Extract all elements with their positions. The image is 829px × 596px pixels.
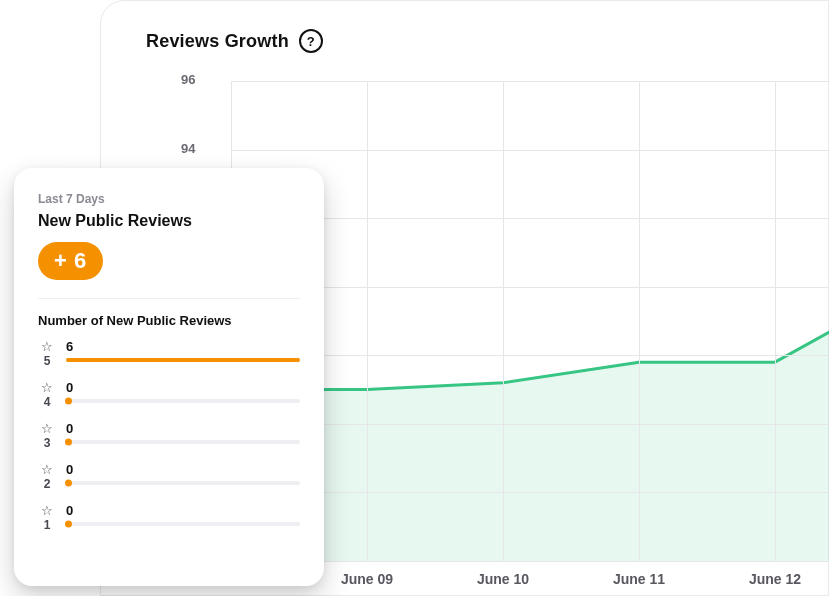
row-main: 0 bbox=[66, 504, 300, 526]
row-bar-dot bbox=[65, 439, 72, 446]
row-star-label: ☆5 bbox=[38, 340, 56, 367]
grid-h bbox=[231, 81, 829, 82]
total-new-reviews-badge: + 6 bbox=[38, 242, 103, 280]
new-public-reviews-card: Last 7 Days New Public Reviews + 6 Numbe… bbox=[14, 168, 324, 586]
star-count: 5 bbox=[44, 355, 51, 367]
row-bar-dot bbox=[65, 398, 72, 405]
breakdown-row: ☆20 bbox=[38, 463, 300, 490]
x-tick-label: June 10 bbox=[477, 571, 529, 587]
row-main: 0 bbox=[66, 381, 300, 403]
row-main: 0 bbox=[66, 463, 300, 485]
y-tick-label: 94 bbox=[181, 141, 195, 156]
x-tick-label: June 11 bbox=[613, 571, 665, 587]
row-bar bbox=[66, 399, 300, 403]
row-bar-fill bbox=[66, 358, 300, 362]
card-title: Reviews Growth bbox=[146, 31, 289, 52]
breakdown-row: ☆30 bbox=[38, 422, 300, 449]
row-bar-dot bbox=[65, 521, 72, 528]
breakdown-row: ☆10 bbox=[38, 504, 300, 531]
star-icon: ☆ bbox=[41, 504, 53, 517]
grid-v bbox=[503, 81, 504, 561]
row-bar bbox=[66, 358, 300, 362]
star-icon: ☆ bbox=[41, 381, 53, 394]
star-count: 3 bbox=[44, 437, 51, 449]
timeframe-label: Last 7 Days bbox=[38, 192, 300, 206]
star-icon: ☆ bbox=[41, 463, 53, 476]
row-main: 6 bbox=[66, 340, 300, 362]
row-star-label: ☆2 bbox=[38, 463, 56, 490]
row-value: 0 bbox=[66, 504, 300, 517]
row-bar bbox=[66, 522, 300, 526]
row-main: 0 bbox=[66, 422, 300, 444]
help-icon[interactable]: ? bbox=[299, 29, 323, 53]
star-icon: ☆ bbox=[41, 422, 53, 435]
row-value: 0 bbox=[66, 381, 300, 394]
row-bar bbox=[66, 481, 300, 485]
x-tick-label: June 09 bbox=[341, 571, 393, 587]
star-count: 2 bbox=[44, 478, 51, 490]
breakdown-row: ☆56 bbox=[38, 340, 300, 367]
grid-v bbox=[367, 81, 368, 561]
row-star-label: ☆3 bbox=[38, 422, 56, 449]
star-count: 4 bbox=[44, 396, 51, 408]
breakdown-rows: ☆56☆40☆30☆20☆10 bbox=[38, 340, 300, 531]
row-star-label: ☆4 bbox=[38, 381, 56, 408]
overlay-title: New Public Reviews bbox=[38, 212, 300, 230]
row-bar-dot bbox=[65, 480, 72, 487]
star-icon: ☆ bbox=[41, 340, 53, 353]
row-value: 0 bbox=[66, 422, 300, 435]
star-count: 1 bbox=[44, 519, 51, 531]
grid-v bbox=[775, 81, 776, 561]
grid-h bbox=[231, 150, 829, 151]
row-bar bbox=[66, 440, 300, 444]
row-value: 0 bbox=[66, 463, 300, 476]
total-new-reviews-value: + 6 bbox=[54, 248, 87, 274]
card-header: Reviews Growth ? bbox=[146, 29, 323, 53]
row-value: 6 bbox=[66, 340, 300, 353]
row-star-label: ☆1 bbox=[38, 504, 56, 531]
y-tick-label: 96 bbox=[181, 72, 195, 87]
breakdown-row: ☆40 bbox=[38, 381, 300, 408]
grid-v bbox=[639, 81, 640, 561]
divider bbox=[38, 298, 300, 299]
breakdown-title: Number of New Public Reviews bbox=[38, 313, 300, 328]
x-tick-label: June 12 bbox=[749, 571, 801, 587]
